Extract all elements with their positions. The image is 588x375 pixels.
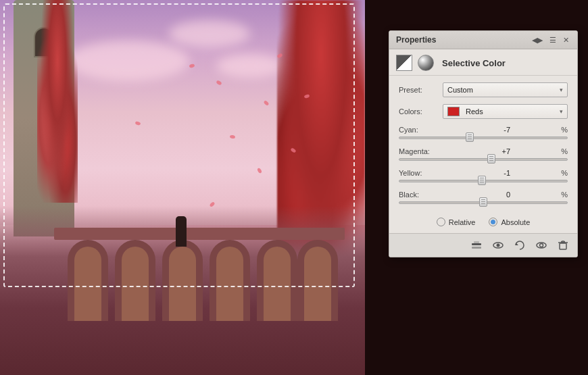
slider-thumb[interactable] [479,197,487,207]
panel-controls: ◀▶ ☰ ✕ [531,36,570,45]
radio-row: Relative Absolute [399,212,568,226]
colors-value: Reds [466,107,483,116]
preset-select[interactable]: Custom ▾ [443,82,568,97]
svg-point-7 [540,244,543,247]
color-swatch [447,107,460,116]
clip-icon [470,239,483,251]
arch [210,240,250,321]
slider-value: 0 [490,191,510,199]
reset-icon [514,239,526,251]
adjustment-icon-circle [418,55,434,71]
svg-rect-8 [560,243,566,249]
slider-unit: % [554,126,568,134]
slider-unit: % [554,147,568,155]
radio-absolute-dot [491,220,495,224]
close-button[interactable]: ✕ [562,36,570,45]
arch [115,240,155,321]
slider-section-magenta: Magenta: +7 % [399,147,568,161]
slider-unit: % [554,191,568,199]
menu-button[interactable]: ☰ [548,36,558,45]
radio-relative-label: Relative [449,218,476,226]
clip-to-layer-button[interactable] [469,238,484,253]
slider-thumb[interactable] [466,132,474,142]
arch [68,240,108,321]
slider-section-cyan: Cyan: -7 % [399,126,568,139]
slider-section-yellow: Yellow: -1 % [399,169,568,182]
eye-open-icon [492,239,504,251]
radio-relative[interactable]: Relative [437,218,476,226]
colors-label: Colors: [399,107,443,116]
svg-rect-1 [472,247,481,249]
icon-row: Selective Color [389,49,577,76]
radio-relative-circle [437,218,445,226]
cloud [169,20,250,47]
slider-label: Cyan: [399,126,446,134]
arch [162,240,203,321]
slider-unit: % [554,169,568,177]
radio-absolute-circle [489,218,497,226]
svg-rect-0 [472,243,481,245]
preview-icon [535,239,547,251]
slider-label: Black: [399,191,446,199]
svg-point-4 [497,244,500,247]
cloud [68,41,189,81]
slider-label: Magenta: [399,147,446,155]
svg-rect-2 [474,241,479,243]
preset-arrow: ▾ [560,86,563,93]
radio-absolute[interactable]: Absolute [489,218,530,226]
adjustment-icon-split [396,55,412,71]
colors-row: Colors: Reds ▾ [399,104,568,119]
cloud [216,54,284,78]
slider-thumb[interactable] [478,176,486,185]
preset-label: Preset: [399,86,443,94]
minimize-button[interactable]: ◀▶ [531,36,544,45]
slider-label: Yellow: [399,169,446,177]
reset-button[interactable] [512,238,527,253]
slider-track[interactable] [399,158,568,161]
arch [257,240,297,321]
slider-label-row: Magenta: +7 % [399,147,568,155]
properties-panel: Properties ◀▶ ☰ ✕ Selective Color Preset… [389,30,578,257]
tower-vines [37,0,78,203]
radio-absolute-label: Absolute [501,218,530,226]
preview-button[interactable] [534,238,549,253]
svg-rect-13 [562,241,564,243]
delete-button[interactable] [556,238,570,253]
bridge-deck [54,228,345,240]
bridge [54,186,338,321]
panel-content: Preset: Custom ▾ Colors: Reds ▾ Cyan: -7 [389,76,577,233]
trash-icon [557,239,569,251]
slider-label-row: Cyan: -7 % [399,126,568,134]
slider-thumb[interactable] [487,154,495,164]
preset-value: Custom [447,86,473,94]
visibility-toggle-button[interactable] [491,238,506,253]
panel-header: Properties ◀▶ ☰ ✕ [389,31,577,49]
bottom-toolbar [389,233,577,257]
background-scene [0,0,365,375]
slider-track[interactable] [399,201,568,204]
figure [176,216,187,247]
svg-marker-5 [516,243,518,245]
sliders-container: Cyan: -7 % Magenta: +7 % Yellow: -1 % [399,126,568,204]
slider-track[interactable] [399,136,568,139]
colors-arrow: ▾ [560,108,563,115]
slider-track[interactable] [399,180,568,182]
slider-value: -1 [490,169,510,177]
slider-value: -7 [490,126,510,134]
panel-title: Properties [396,35,436,45]
preset-row: Preset: Custom ▾ [399,82,568,97]
arch [297,240,338,321]
slider-section-black: Black: 0 % [399,191,568,204]
section-title: Selective Color [439,58,506,68]
colors-select[interactable]: Reds ▾ [443,104,568,119]
